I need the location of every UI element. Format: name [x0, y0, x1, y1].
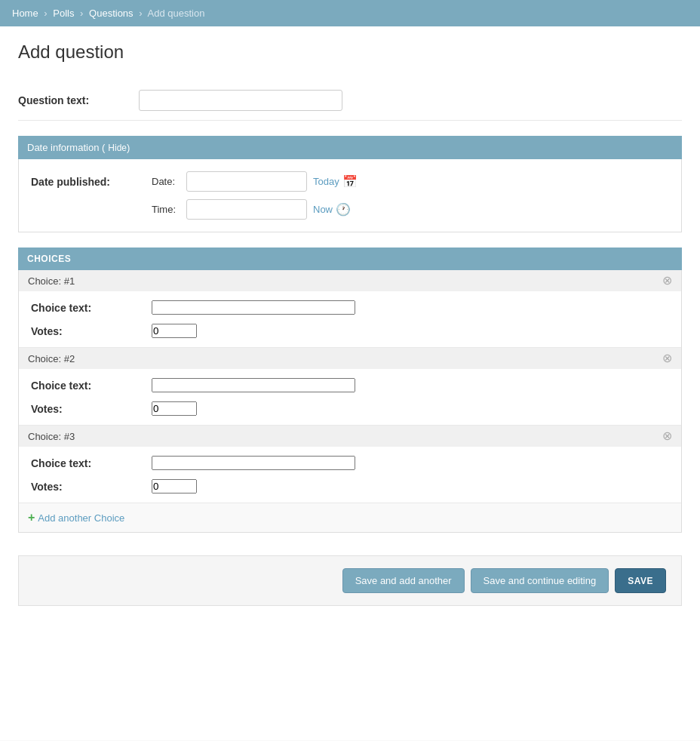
action-bar: Save and add another Save and continue e… — [18, 555, 682, 606]
date-section-paren-open: ( — [99, 142, 105, 153]
votes-label-1: Votes: — [31, 325, 152, 337]
choice-item-1: Choice: #1 ⊗ Choice text: Votes: — [19, 270, 681, 348]
votes-row-2: Votes: — [31, 401, 669, 416]
calendar-icon: 📅 — [342, 174, 358, 189]
remove-choice-3-button[interactable]: ⊗ — [662, 430, 672, 442]
question-text-input[interactable] — [139, 90, 342, 111]
save-and-continue-button[interactable]: Save and continue editing — [471, 568, 609, 593]
breadcrumb-home[interactable]: Home — [12, 8, 38, 19]
save-and-add-button[interactable]: Save and add another — [342, 568, 465, 593]
date-time-fields: Date: Today 📅 Time: Now 🕐 — [152, 171, 358, 220]
breadcrumb-sep-1: › — [44, 8, 47, 19]
date-section-title: Date information — [27, 142, 99, 153]
choice-header-2: Choice: #2 ⊗ — [19, 348, 681, 369]
today-link[interactable]: Today 📅 — [313, 174, 358, 189]
add-icon: + — [28, 511, 35, 524]
page-title: Add question — [18, 42, 682, 63]
votes-label-3: Votes: — [31, 481, 152, 493]
choice-label-2: Choice: #2 — [28, 353, 75, 364]
question-text-row: Question text: — [18, 81, 682, 121]
date-published-label: Date published: — [31, 171, 152, 188]
date-section-toggle[interactable]: Hide — [108, 143, 127, 153]
date-section-paren-close: ) — [127, 142, 130, 153]
choices-header: CHOICES — [18, 248, 682, 270]
choice-text-label-2: Choice text: — [31, 380, 152, 392]
date-section-body: Date published: Date: Today 📅 Time: Now … — [18, 159, 682, 232]
now-link[interactable]: Now 🕐 — [313, 202, 351, 217]
breadcrumb-questions[interactable]: Questions — [89, 8, 134, 19]
choice-fields-3: Choice text: Votes: — [19, 447, 681, 503]
breadcrumb-current: Add question — [147, 8, 204, 19]
choice-text-input-3[interactable] — [152, 456, 355, 470]
choice-fields-1: Choice text: Votes: — [19, 291, 681, 347]
add-choice-link[interactable]: + Add another Choice — [28, 511, 672, 524]
clock-icon: 🕐 — [336, 202, 351, 217]
date-label: Date: — [152, 176, 180, 187]
choice-item-3: Choice: #3 ⊗ Choice text: Votes: — [19, 426, 681, 503]
time-label: Time: — [152, 204, 180, 215]
choice-text-input-2[interactable] — [152, 378, 355, 392]
now-label: Now — [313, 204, 333, 215]
votes-input-3[interactable] — [152, 479, 197, 493]
choice-header-1: Choice: #1 ⊗ — [19, 270, 681, 291]
votes-spinner-3 — [152, 479, 197, 493]
add-choice-row: + Add another Choice — [19, 503, 681, 532]
choice-text-row-2: Choice text: — [31, 378, 669, 392]
choices-body: Choice: #1 ⊗ Choice text: Votes: Choic — [18, 270, 682, 533]
votes-row-1: Votes: — [31, 324, 669, 338]
votes-row-3: Votes: — [31, 479, 669, 493]
save-button[interactable]: SAVE — [615, 568, 666, 593]
choice-text-label-3: Choice text: — [31, 457, 152, 469]
question-text-label: Question text: — [18, 90, 139, 106]
breadcrumb-polls[interactable]: Polls — [53, 8, 74, 19]
choice-text-input-1[interactable] — [152, 300, 355, 315]
votes-spinner-1 — [152, 324, 197, 338]
question-text-field — [139, 90, 682, 111]
main-content: Add question Question text: Date informa… — [0, 26, 700, 740]
choice-fields-2: Choice text: Votes: — [19, 369, 681, 425]
choice-header-3: Choice: #3 ⊗ — [19, 426, 681, 447]
choice-text-label-1: Choice text: — [31, 302, 152, 314]
remove-choice-2-button[interactable]: ⊗ — [662, 352, 672, 364]
today-label: Today — [313, 176, 339, 187]
votes-input-2[interactable] — [152, 401, 197, 416]
time-row: Time: Now 🕐 — [152, 199, 358, 220]
add-choice-label: Add another Choice — [38, 512, 124, 524]
choice-label-3: Choice: #3 — [28, 431, 75, 442]
date-published-row: Date published: Date: Today 📅 Time: Now … — [31, 171, 669, 220]
breadcrumb-sep-2: › — [80, 8, 83, 19]
choice-label-1: Choice: #1 — [28, 275, 75, 287]
votes-spinner-2 — [152, 401, 197, 416]
choice-text-row-1: Choice text: — [31, 300, 669, 315]
date-row: Date: Today 📅 — [152, 171, 358, 192]
date-section-header[interactable]: Date information ( Hide ) — [18, 136, 682, 159]
breadcrumb-sep-3: › — [139, 8, 142, 19]
votes-input-1[interactable] — [152, 324, 197, 338]
votes-label-2: Votes: — [31, 403, 152, 415]
choice-item-2: Choice: #2 ⊗ Choice text: Votes: — [19, 348, 681, 426]
remove-choice-1-button[interactable]: ⊗ — [662, 275, 672, 287]
time-input[interactable] — [186, 199, 307, 220]
date-input[interactable] — [186, 171, 307, 192]
breadcrumb-bar: Home › Polls › Questions › Add question — [0, 0, 700, 26]
choice-text-row-3: Choice text: — [31, 456, 669, 470]
